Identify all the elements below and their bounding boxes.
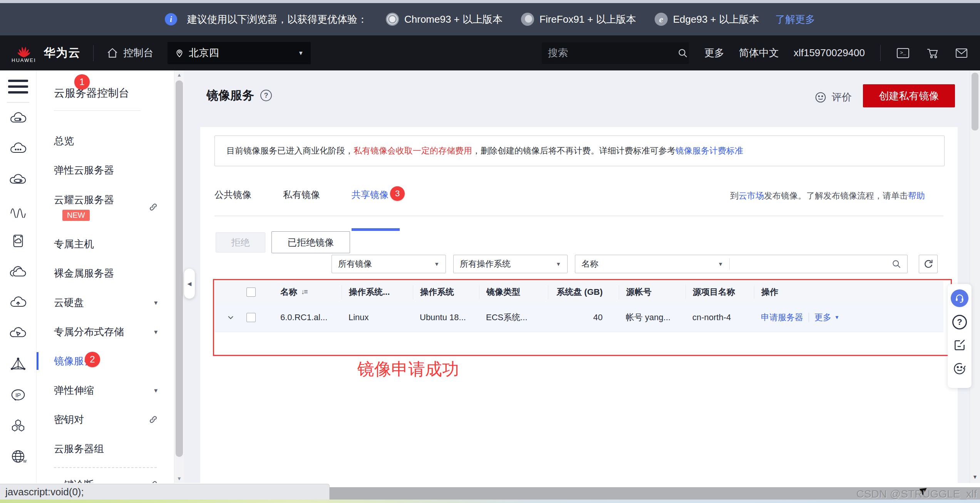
top-header: HUAWEI 华为云 控制台 北京四 ▼ (0, 35, 980, 70)
bare-metal-icon[interactable] (7, 263, 29, 281)
row-checkbox[interactable] (246, 313, 256, 322)
huawei-logo[interactable]: HUAWEI (12, 43, 36, 63)
dedicated-host-icon[interactable] (7, 232, 29, 250)
sidebar-item-bms[interactable]: 裸金属服务器 (37, 259, 174, 288)
username[interactable]: xlf15970029400 (794, 47, 865, 59)
filter-input[interactable] (730, 259, 891, 269)
sidebar-item-ims[interactable]: 镜像服务 2 (37, 346, 174, 376)
cloud-cursor-icon[interactable] (7, 324, 29, 342)
region-selector[interactable]: 北京四 ▼ (168, 42, 311, 64)
sidebar-item-label: 裸金属服务器 (54, 267, 114, 280)
name-filter-combo: 名称 ▼ (575, 255, 908, 273)
firefox-version-label: FireFox91 + 以上版本 (539, 13, 636, 26)
language-switch[interactable]: 简体中文 (739, 46, 779, 60)
collapse-arrow-icon: ◀ (188, 281, 192, 287)
notice-text: ，删除创建的镜像后将不再计费。详细计费标准可参考 (472, 145, 675, 157)
tab-label: 共享镜像 (352, 189, 389, 200)
sidebar-collapse-handle[interactable]: ◀ (184, 269, 195, 299)
sidebar-item-heco[interactable]: 云耀云服务器 NEW (37, 185, 174, 229)
cli-terminal-icon[interactable]: >_ (896, 46, 910, 60)
more-actions-link[interactable]: 更多 (814, 312, 831, 323)
sidebar-menu: 1 云服务器控制台 总览 弹性云服务器 云耀云服务器 NEW (37, 70, 174, 483)
apply-server-link[interactable]: 申请服务器 (761, 312, 803, 323)
page-help-icon[interactable]: ? (260, 90, 272, 101)
chrome-icon (386, 13, 399, 26)
mail-icon[interactable] (955, 46, 968, 60)
survey-smiley-icon[interactable] (952, 360, 967, 376)
tab-shared-images[interactable]: 共享镜像 3 (352, 189, 389, 216)
more-menu[interactable]: 更多 (704, 46, 724, 60)
sidebar-item-as[interactable]: 弹性伸缩 ▼ (37, 376, 174, 405)
refresh-button[interactable] (919, 255, 938, 273)
reject-button[interactable]: 拒绝 (216, 232, 265, 252)
page-title: 镜像服务 (206, 87, 254, 104)
select-value: 所有操作系统 (460, 258, 511, 270)
sidebar-item-label: 专属分布式存储 (54, 325, 124, 339)
learn-more-link[interactable]: 了解更多 (775, 13, 815, 26)
heco-cloud-server-icon[interactable] (7, 170, 29, 188)
search-icon[interactable] (677, 47, 689, 59)
scrollbar-thumb[interactable] (972, 73, 978, 130)
console-home-link[interactable]: 控制台 (106, 46, 154, 60)
create-private-image-button[interactable]: 创建私有镜像 (863, 84, 955, 107)
sort-icon[interactable]: ↓≡ (301, 288, 307, 296)
support-headset-icon[interactable] (951, 289, 968, 307)
search-input[interactable] (548, 47, 677, 59)
sidebar-item-label: 弹性云服务器 (54, 164, 114, 177)
sidebar-item-label: 弹性伸缩 (54, 384, 94, 397)
sidebar-item-dss[interactable]: 专属分布式存储 ▼ (37, 317, 174, 346)
tab-private-images[interactable]: 私有镜像 (283, 189, 320, 216)
row-expand-icon[interactable] (226, 313, 235, 322)
header-search[interactable] (542, 42, 689, 64)
rejected-images-button[interactable]: 已拒绝镜像 (271, 231, 350, 253)
hamburger-menu-icon[interactable] (8, 80, 28, 94)
chevron-down-icon: ▼ (434, 261, 439, 267)
column-header-disk: 系统盘 (GB) (548, 285, 619, 299)
action-divider (809, 313, 809, 322)
hexagon-cluster-icon[interactable] (7, 417, 29, 434)
help-icon[interactable]: ? (952, 315, 967, 329)
sidebar-item-keypair[interactable]: 密钥对 (37, 405, 174, 434)
column-header-name[interactable]: 名称 ↓≡ (273, 285, 342, 299)
main-content: ◀ 镜像服务 ? 评价 创建私有镜像 (184, 70, 980, 483)
sidebar-item-server-group[interactable]: 云服务器组 (37, 434, 174, 463)
cart-icon[interactable] (925, 46, 939, 60)
status-link-text: javascript:void(0); (5, 486, 84, 498)
brand-name[interactable]: 华为云 (44, 45, 81, 61)
sidebar-scrollbar[interactable]: ▲ ▼ (174, 70, 184, 483)
pyramid-icon[interactable] (7, 355, 29, 373)
location-pin-icon (174, 48, 184, 58)
scroll-down-arrow[interactable]: ▼ (970, 474, 980, 480)
sidebar-item-deh[interactable]: 专属主机 (37, 229, 174, 259)
tab-public-images[interactable]: 公共镜像 (214, 189, 251, 216)
sidebar-item-evs[interactable]: 云硬盘 ▼ (37, 288, 174, 317)
name-filter-select[interactable]: 名称 ▼ (575, 258, 729, 270)
rate-button[interactable]: 评价 (814, 90, 852, 104)
help-link[interactable]: 帮助 (908, 191, 925, 201)
globe-icon[interactable]: w (7, 448, 29, 465)
sidebar-item-ecs[interactable]: 弹性云服务器 (37, 155, 174, 185)
scrollbar-thumb[interactable] (176, 80, 183, 457)
chrome-version-label: Chrome93 + 以上版本 (404, 13, 503, 26)
chevron-down-icon: ▼ (153, 329, 159, 335)
cloud-upload-icon[interactable] (7, 294, 29, 311)
billing-standard-link[interactable]: 镜像服务计费标准 (675, 145, 743, 157)
select-all-checkbox[interactable] (246, 287, 256, 297)
all-images-select[interactable]: 所有镜像 ▼ (332, 255, 446, 273)
all-os-select[interactable]: 所有操作系统 ▼ (453, 255, 568, 273)
console-title: 云服务器控制台 (54, 86, 174, 100)
step-badge-1: 1 (74, 74, 90, 90)
waves-icon[interactable] (7, 201, 29, 219)
external-link-icon (148, 202, 159, 212)
page-scrollbar[interactable]: ▼ (970, 70, 980, 483)
feedback-edit-icon[interactable] (952, 337, 967, 353)
scroll-up-arrow[interactable]: ▲ (174, 72, 184, 78)
cloud-ellipsis-icon[interactable] (7, 140, 29, 157)
search-icon[interactable] (891, 259, 902, 269)
ip-icon[interactable]: IP (7, 386, 29, 404)
sidebar-item-overview[interactable]: 总览 (37, 126, 174, 155)
scroll-down-arrow[interactable]: ▼ (174, 476, 184, 481)
notice-highlight: 私有镜像会收取一定的存储费用 (353, 145, 472, 157)
ecs-cloud-server-icon[interactable] (7, 109, 29, 127)
marketplace-link[interactable]: 云市场 (739, 191, 764, 201)
